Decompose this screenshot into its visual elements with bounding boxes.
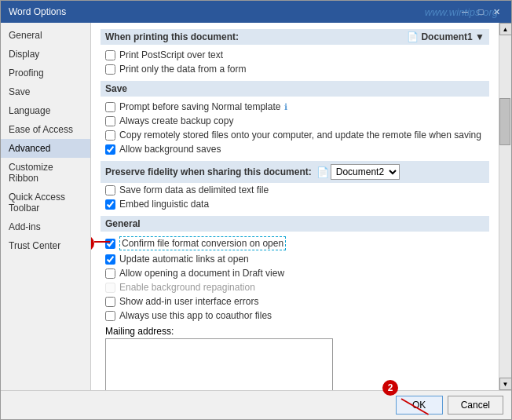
dialog-footer: 2 OK Cancel — [1, 390, 511, 419]
scroll-down-button[interactable]: ▼ — [499, 378, 512, 390]
cancel-button[interactable]: Cancel — [448, 396, 503, 415]
sidebar-item-save[interactable]: Save — [1, 82, 90, 101]
prompt-normal-template-label: Prompt before saving Normal template — [119, 101, 280, 112]
show-addin-errors-label: Show add-in user interface errors — [119, 296, 258, 307]
confirm-format-label: Confirm file format conversion on open — [119, 236, 286, 250]
update-auto-links-checkbox[interactable] — [105, 254, 115, 265]
confirm-format-row: Confirm file format conversion on open — [101, 235, 489, 252]
always-backup-checkbox[interactable] — [105, 116, 115, 126]
sidebar-item-ease-of-access[interactable]: Ease of Access — [1, 120, 90, 139]
confirm-format-checkbox[interactable] — [105, 239, 115, 249]
prompt-normal-template-row: Prompt before saving Normal template ℹ — [101, 100, 489, 114]
content-scroll: When printing this document: 📄 Document1… — [91, 23, 499, 390]
allow-background-saves-label: Allow background saves — [119, 144, 221, 155]
content-area: When printing this document: 📄 Document1… — [91, 23, 511, 390]
fidelity-label: Preserve fidelity when sharing this docu… — [105, 166, 312, 177]
printing-section-header: When printing this document: 📄 Document1… — [101, 29, 489, 45]
title-bar-buttons: ─ □ ✕ — [458, 5, 503, 18]
close-button[interactable]: ✕ — [489, 5, 503, 18]
sidebar-item-customize-ribbon[interactable]: Customize Ribbon — [1, 158, 90, 188]
enable-repagination-label: Enable background repagination — [119, 282, 255, 293]
fidelity-document-select[interactable]: Document2 — [331, 164, 400, 180]
always-coauthor-checkbox[interactable] — [105, 311, 115, 321]
dialog-body: General Display Proofing Save Language E… — [1, 23, 511, 390]
print-form-data-row: Print only the data from a form — [101, 62, 489, 76]
embed-linguistic-checkbox[interactable] — [105, 199, 115, 210]
print-postscript-checkbox[interactable] — [105, 50, 115, 60]
title-bar: Word Options ─ □ ✕ — [1, 1, 511, 23]
save-form-data-label: Save form data as delimited text file — [119, 184, 269, 195]
always-coauthor-row: Always use this app to coauthor files — [101, 309, 489, 323]
sidebar-item-advanced[interactable]: Advanced — [1, 139, 90, 158]
save-form-data-checkbox[interactable] — [105, 185, 115, 195]
always-coauthor-label: Always use this app to coauthor files — [119, 310, 272, 321]
fidelity-row: Preserve fidelity when sharing this docu… — [101, 161, 489, 183]
always-backup-row: Always create backup copy — [101, 114, 489, 128]
print-postscript-row: Print PostScript over text — [101, 48, 489, 62]
annotation-1-circle: 1 — [91, 236, 94, 251]
mailing-textarea[interactable] — [105, 338, 333, 390]
print-postscript-label: Print PostScript over text — [119, 49, 223, 60]
dialog-title: Word Options — [9, 6, 66, 17]
annotation-1-arrow — [94, 241, 110, 243]
allow-background-saves-row: Allow background saves — [101, 142, 489, 156]
annotation-2-container: 2 — [382, 380, 433, 396]
maximize-button[interactable]: □ — [474, 5, 488, 18]
allow-draft-view-label: Allow opening a document in Draft view — [119, 268, 284, 279]
sidebar-item-display[interactable]: Display — [1, 45, 90, 64]
annotation-2-circle: 2 — [382, 380, 398, 396]
allow-draft-view-row: Allow opening a document in Draft view — [101, 266, 489, 280]
annotation1-area: 1 Confirm file format conversion on open — [101, 235, 489, 252]
general-section-header: General — [101, 216, 489, 232]
copy-remote-files-row: Copy remotely stored files onto your com… — [101, 128, 489, 142]
sidebar: General Display Proofing Save Language E… — [1, 23, 91, 390]
save-form-data-row: Save form data as delimited text file — [101, 183, 489, 197]
sidebar-item-trust-center[interactable]: Trust Center — [1, 236, 90, 255]
update-auto-links-row: Update automatic links at open — [101, 252, 489, 266]
doc-icon: 📄 — [316, 166, 329, 178]
copy-remote-files-checkbox[interactable] — [105, 130, 115, 141]
allow-draft-view-checkbox[interactable] — [105, 268, 115, 279]
mailing-label: Mailing address: — [105, 326, 485, 337]
scrollbar: ▲ ▼ — [499, 23, 511, 390]
word-options-dialog: Word Options ─ □ ✕ www.wintips.org Gener… — [0, 0, 512, 420]
scroll-up-button[interactable]: ▲ — [499, 23, 512, 35]
save-section-header: Save — [101, 81, 489, 97]
sidebar-item-general[interactable]: General — [1, 26, 90, 45]
copy-remote-files-label: Copy remotely stored files onto your com… — [119, 130, 481, 141]
always-backup-label: Always create backup copy — [119, 115, 233, 126]
sidebar-item-quick-access-toolbar[interactable]: Quick Access Toolbar — [1, 188, 90, 217]
sidebar-item-language[interactable]: Language — [1, 101, 90, 120]
enable-repagination-row: Enable background repagination — [101, 280, 489, 294]
embed-linguistic-label: Embed linguistic data — [119, 199, 209, 210]
embed-linguistic-row: Embed linguistic data — [101, 197, 489, 211]
print-form-data-checkbox[interactable] — [105, 64, 115, 75]
enable-repagination-checkbox[interactable] — [105, 283, 115, 293]
print-form-data-label: Print only the data from a form — [119, 64, 246, 75]
scroll-track — [499, 35, 511, 378]
scroll-thumb[interactable] — [499, 98, 510, 145]
minimize-button[interactable]: ─ — [458, 5, 472, 18]
fidelity-select-wrap: 📄 Document2 — [316, 164, 400, 180]
sidebar-item-proofing[interactable]: Proofing — [1, 64, 90, 82]
show-addin-errors-row: Show add-in user interface errors — [101, 294, 489, 309]
show-addin-errors-checkbox[interactable] — [105, 297, 115, 307]
allow-background-saves-checkbox[interactable] — [105, 144, 115, 155]
info-icon: ℹ — [284, 102, 287, 112]
sidebar-item-add-ins[interactable]: Add-ins — [1, 217, 90, 236]
prompt-normal-template-checkbox[interactable] — [105, 102, 115, 112]
update-auto-links-label: Update automatic links at open — [119, 254, 249, 265]
